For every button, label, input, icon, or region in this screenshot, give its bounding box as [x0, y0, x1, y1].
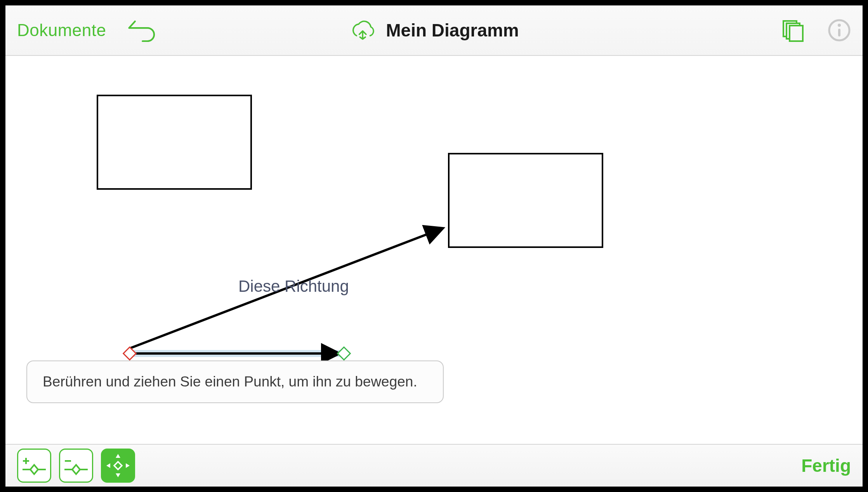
cloud-icon — [349, 19, 376, 42]
hint-text: Berühren und ziehen Sie einen Punkt, um … — [43, 374, 417, 390]
layers-icon — [781, 19, 804, 42]
info-icon — [828, 19, 851, 42]
canvas[interactable]: Diese Richtung Berühren und ziehen Sie e… — [5, 56, 863, 444]
documents-button[interactable]: Dokumente — [17, 21, 106, 40]
undo-icon — [128, 19, 161, 42]
add-point-button[interactable] — [17, 449, 51, 483]
toolbar-right-group — [781, 19, 851, 42]
arrow-label[interactable]: Diese Richtung — [238, 277, 349, 296]
document-title: Mein Diagramm — [386, 20, 519, 41]
line-end-handle[interactable] — [337, 346, 351, 361]
toolbar-center-group: Mein Diagramm — [349, 19, 519, 42]
remove-point-icon — [63, 452, 89, 479]
shape-rectangle[interactable] — [448, 153, 603, 248]
line-start-handle[interactable] — [123, 346, 137, 361]
add-point-icon — [21, 452, 47, 479]
svg-point-4 — [838, 24, 841, 27]
move-point-icon — [105, 452, 131, 479]
top-toolbar: Dokumente Mein Diagramm — [5, 5, 863, 56]
toolbar-left-group: Dokumente — [17, 19, 161, 42]
done-button[interactable]: Fertig — [801, 455, 851, 476]
move-point-button[interactable] — [101, 449, 135, 483]
info-button[interactable] — [828, 19, 851, 42]
svg-rect-5 — [838, 29, 840, 36]
shape-rectangle[interactable] — [97, 95, 252, 190]
bottom-toolbar: Fertig — [5, 444, 863, 487]
hint-tooltip: Berühren und ziehen Sie einen Punkt, um … — [26, 360, 444, 403]
app-window: Dokumente Mein Diagramm — [0, 0, 868, 492]
remove-point-button[interactable] — [59, 449, 93, 483]
svg-rect-2 — [790, 26, 803, 41]
undo-button[interactable] — [128, 19, 161, 42]
canvases-button[interactable] — [781, 19, 804, 42]
